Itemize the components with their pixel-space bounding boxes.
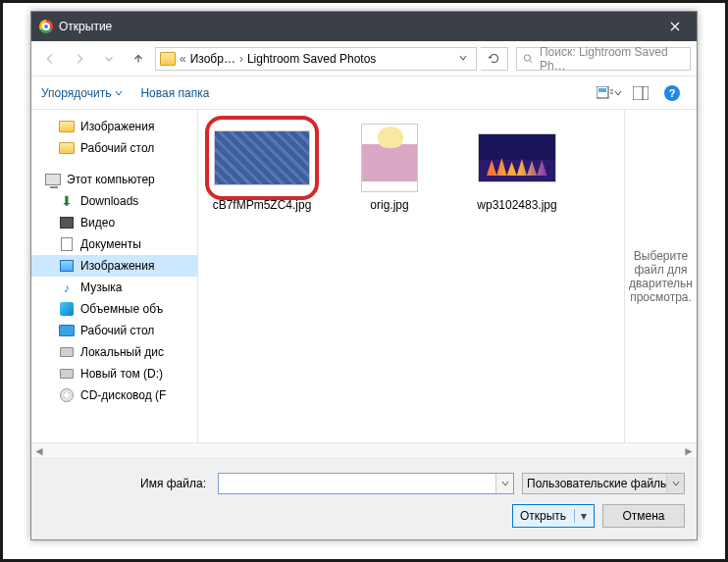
sidebar-item-pictures-selected[interactable]: Изображения	[31, 255, 197, 277]
refresh-button[interactable]	[481, 47, 508, 71]
sidebar: Изображения Рабочий стол Этот компьютер …	[31, 110, 198, 442]
view-options-button[interactable]	[595, 81, 624, 105]
breadcrumb-current[interactable]: Lightroom Saved Photos	[247, 52, 376, 66]
navigation-bar: « Изобр… › Lightroom Saved Photos Поиск:…	[31, 41, 697, 77]
toolbar: Упорядочить Новая папка ?	[31, 77, 697, 110]
up-button[interactable]	[126, 46, 151, 72]
filename-label: Имя файла:	[43, 477, 210, 490]
thumbnail-icon	[478, 133, 556, 182]
window-title: Открытие	[59, 20, 653, 33]
recent-dropdown[interactable]	[96, 46, 122, 72]
thumbnail-icon	[214, 130, 310, 185]
back-button[interactable]	[37, 46, 63, 72]
chrome-icon	[39, 20, 53, 33]
sidebar-item-downloads[interactable]: ⬇Downloads	[31, 190, 197, 212]
sidebar-item-pictures[interactable]: Изображения	[31, 116, 197, 137]
address-bar[interactable]: « Изобр… › Lightroom Saved Photos	[155, 47, 477, 71]
help-icon: ?	[664, 85, 680, 101]
scroll-right-icon[interactable]: ►	[681, 443, 697, 458]
filename-dropdown[interactable]	[495, 474, 513, 493]
folder-icon	[59, 121, 75, 132]
filename-input[interactable]	[218, 473, 514, 494]
video-icon	[60, 217, 74, 229]
pc-icon	[45, 174, 61, 185]
breadcrumb-parent[interactable]: Изобр…	[190, 52, 235, 66]
file-item[interactable]: orig.jpg	[336, 124, 443, 212]
file-name-label: orig.jpg	[370, 198, 408, 212]
chevron-down-icon	[115, 89, 123, 97]
desktop-icon	[59, 325, 75, 336]
open-split-dropdown[interactable]: ▾	[574, 509, 587, 523]
cube-icon	[60, 302, 74, 316]
sidebar-item-volume-d[interactable]: Новый том (D:)	[31, 363, 197, 384]
filetype-combo[interactable]: Пользовательские файлы (*.jp	[522, 473, 685, 494]
disk-icon	[60, 347, 74, 357]
search-placeholder: Поиск: Lightroom Saved Ph…	[540, 45, 684, 73]
download-icon: ⬇	[59, 193, 75, 209]
file-item[interactable]: cB7fMPm5ZC4.jpg	[208, 124, 316, 212]
chevron-down-icon	[614, 89, 622, 97]
bottom-panel: Имя файла: Пользовательские файлы (*.jp …	[31, 458, 697, 539]
open-button[interactable]: Открыть ▾	[512, 504, 595, 528]
forward-button[interactable]	[67, 46, 92, 72]
sidebar-item-3d-objects[interactable]: Объемные объ	[31, 298, 197, 320]
chevron-right-icon: ›	[239, 52, 243, 66]
svg-rect-3	[633, 86, 649, 100]
horizontal-scrollbar[interactable]: ◄ ►	[31, 442, 697, 458]
file-list[interactable]: cB7fMPm5ZC4.jpg orig.jpg wp3102483.jpg	[198, 110, 624, 442]
help-button[interactable]: ?	[657, 81, 687, 105]
svg-rect-2	[598, 88, 606, 92]
search-input[interactable]: Поиск: Lightroom Saved Ph…	[516, 47, 691, 71]
folder-icon	[160, 52, 176, 66]
scroll-left-icon[interactable]: ◄	[31, 443, 47, 458]
sidebar-item-local-disk[interactable]: Локальный дис	[31, 341, 197, 363]
address-dropdown[interactable]	[454, 52, 472, 66]
folder-icon	[59, 142, 75, 154]
sidebar-item-cd-drive[interactable]: CD-дисковод (F	[31, 384, 197, 406]
cd-icon	[60, 388, 74, 402]
chevron-icon: «	[180, 52, 186, 66]
filetype-dropdown[interactable]	[666, 474, 684, 493]
file-item[interactable]: wp3102483.jpg	[463, 124, 571, 212]
music-icon: ♪	[59, 280, 75, 295]
sidebar-item-videos[interactable]: Видео	[31, 212, 197, 233]
file-name-label: cB7fMPm5ZC4.jpg	[213, 198, 312, 212]
sidebar-item-this-pc[interactable]: Этот компьютер	[31, 169, 197, 190]
filename-field[interactable]	[219, 474, 495, 493]
sidebar-item-music[interactable]: ♪Музыка	[31, 277, 197, 298]
sidebar-item-documents[interactable]: Документы	[31, 233, 197, 255]
disk-icon	[60, 369, 74, 379]
sidebar-item-desktop2[interactable]: Рабочий стол	[31, 320, 197, 341]
close-button[interactable]	[653, 12, 697, 41]
svg-point-0	[524, 54, 530, 60]
titlebar: Открытие	[31, 12, 697, 41]
cancel-button[interactable]: Отмена	[602, 504, 685, 528]
file-name-label: wp3102483.jpg	[477, 198, 556, 212]
thumbnail-icon	[361, 124, 418, 192]
document-icon	[61, 237, 73, 251]
picture-icon	[60, 260, 74, 272]
sidebar-item-desktop[interactable]: Рабочий стол	[31, 137, 197, 159]
search-icon	[523, 53, 534, 65]
preview-pane-toggle[interactable]	[626, 81, 655, 105]
organize-menu[interactable]: Упорядочить	[41, 86, 123, 100]
preview-pane: Выберите файл для дварительн просмотра.	[624, 110, 697, 442]
new-folder-button[interactable]: Новая папка	[140, 86, 209, 100]
